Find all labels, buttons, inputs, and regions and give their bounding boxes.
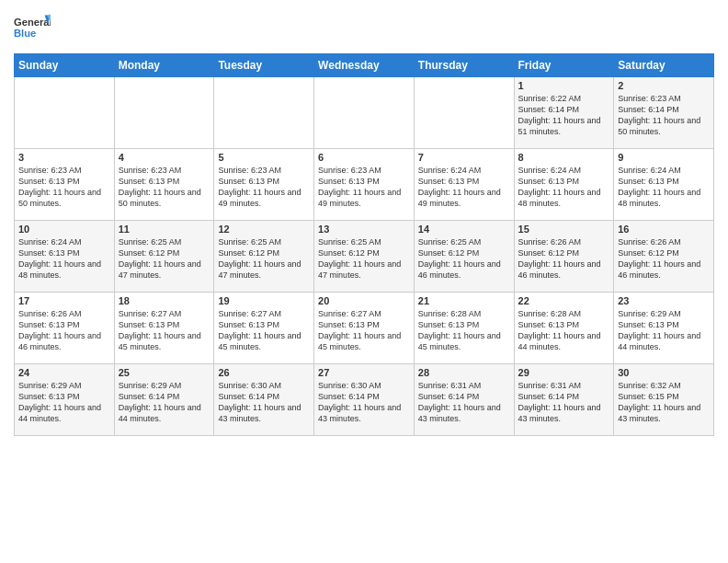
day-number: 29 [518, 367, 610, 378]
week-row-5: 24Sunrise: 6:29 AMSunset: 6:13 PMDayligh… [15, 364, 714, 436]
day-info: Sunrise: 6:29 AM [18, 380, 110, 391]
day-info: Sunset: 6:14 PM [418, 391, 510, 402]
day-number: 1 [518, 80, 610, 91]
day-info: Sunrise: 6:28 AM [418, 308, 510, 319]
day-header-tuesday: Tuesday [214, 54, 314, 77]
calendar-cell: 30Sunrise: 6:32 AMSunset: 6:15 PMDayligh… [614, 364, 714, 436]
day-info: Sunrise: 6:25 AM [418, 236, 510, 247]
day-info: Daylight: 11 hours and 48 minutes. [518, 187, 610, 209]
day-info: Sunset: 6:12 PM [518, 247, 610, 259]
day-info: Daylight: 11 hours and 44 minutes. [119, 402, 210, 424]
day-info: Sunset: 6:14 PM [119, 391, 210, 402]
calendar-cell: 8Sunrise: 6:24 AMSunset: 6:13 PMDaylight… [514, 149, 614, 221]
page-container: General Blue SundayMondayTuesdayWednesda… [0, 0, 728, 445]
calendar-cell: 7Sunrise: 6:24 AMSunset: 6:13 PMDaylight… [414, 149, 514, 221]
calendar-cell [15, 77, 115, 149]
day-info: Daylight: 11 hours and 48 minutes. [618, 187, 710, 209]
calendar-header-row: SundayMondayTuesdayWednesdayThursdayFrid… [15, 54, 714, 77]
day-number: 19 [218, 295, 310, 306]
day-number: 18 [119, 295, 210, 306]
calendar-cell: 14Sunrise: 6:25 AMSunset: 6:12 PMDayligh… [414, 221, 514, 293]
day-number: 23 [618, 295, 710, 306]
day-info: Sunset: 6:14 PM [618, 104, 710, 115]
calendar-cell [214, 77, 314, 149]
day-info: Sunset: 6:14 PM [518, 391, 610, 402]
day-header-thursday: Thursday [414, 54, 514, 77]
week-row-1: 1Sunrise: 6:22 AMSunset: 6:14 PMDaylight… [15, 77, 714, 149]
day-info: Sunset: 6:13 PM [618, 176, 710, 187]
calendar-cell: 27Sunrise: 6:30 AMSunset: 6:14 PMDayligh… [314, 364, 415, 436]
day-info: Sunrise: 6:24 AM [618, 165, 710, 176]
day-info: Daylight: 11 hours and 51 minutes. [518, 115, 610, 137]
day-info: Daylight: 11 hours and 43 minutes. [518, 402, 610, 424]
day-info: Daylight: 11 hours and 45 minutes. [119, 330, 210, 352]
calendar-cell: 29Sunrise: 6:31 AMSunset: 6:14 PMDayligh… [514, 364, 614, 436]
calendar-cell: 6Sunrise: 6:23 AMSunset: 6:13 PMDaylight… [314, 149, 415, 221]
week-row-2: 3Sunrise: 6:23 AMSunset: 6:13 PMDaylight… [15, 149, 714, 221]
day-number: 6 [318, 152, 410, 163]
day-info: Sunrise: 6:22 AM [518, 93, 610, 104]
day-info: Sunset: 6:13 PM [318, 176, 410, 187]
day-info: Daylight: 11 hours and 46 minutes. [418, 259, 510, 281]
day-header-sunday: Sunday [15, 54, 115, 77]
day-info: Sunrise: 6:31 AM [518, 380, 610, 391]
day-info: Sunset: 6:13 PM [518, 319, 610, 330]
calendar-cell: 5Sunrise: 6:23 AMSunset: 6:13 PMDaylight… [214, 149, 314, 221]
day-info: Sunset: 6:13 PM [18, 391, 110, 402]
day-info: Sunrise: 6:23 AM [218, 165, 310, 176]
day-info: Sunrise: 6:26 AM [18, 308, 110, 319]
day-info: Daylight: 11 hours and 44 minutes. [618, 330, 710, 352]
day-info: Sunset: 6:14 PM [518, 104, 610, 115]
day-info: Sunset: 6:12 PM [218, 247, 310, 259]
day-number: 15 [518, 224, 610, 235]
day-header-friday: Friday [514, 54, 614, 77]
day-info: Sunset: 6:12 PM [618, 247, 710, 259]
calendar-table: SundayMondayTuesdayWednesdayThursdayFrid… [14, 53, 714, 436]
calendar-cell: 28Sunrise: 6:31 AMSunset: 6:14 PMDayligh… [414, 364, 514, 436]
day-number: 25 [119, 367, 210, 378]
day-number: 22 [518, 295, 610, 306]
calendar-cell: 22Sunrise: 6:28 AMSunset: 6:13 PMDayligh… [514, 293, 614, 364]
calendar-cell: 15Sunrise: 6:26 AMSunset: 6:12 PMDayligh… [514, 221, 614, 293]
calendar-cell: 3Sunrise: 6:23 AMSunset: 6:13 PMDaylight… [15, 149, 115, 221]
calendar-cell: 12Sunrise: 6:25 AMSunset: 6:12 PMDayligh… [214, 221, 314, 293]
calendar-cell: 19Sunrise: 6:27 AMSunset: 6:13 PMDayligh… [214, 293, 314, 364]
day-info: Sunset: 6:13 PM [618, 319, 710, 330]
day-info: Sunrise: 6:29 AM [618, 308, 710, 319]
day-info: Sunset: 6:13 PM [418, 319, 510, 330]
day-info: Sunrise: 6:26 AM [518, 236, 610, 247]
day-info: Sunset: 6:12 PM [318, 247, 410, 259]
day-number: 17 [18, 295, 110, 306]
calendar-cell: 2Sunrise: 6:23 AMSunset: 6:14 PMDaylight… [614, 77, 714, 149]
day-info: Sunrise: 6:27 AM [218, 308, 310, 319]
day-number: 11 [119, 224, 210, 235]
day-info: Sunset: 6:13 PM [518, 176, 610, 187]
week-row-4: 17Sunrise: 6:26 AMSunset: 6:13 PMDayligh… [15, 293, 714, 364]
day-number: 24 [18, 367, 110, 378]
calendar-cell: 17Sunrise: 6:26 AMSunset: 6:13 PMDayligh… [15, 293, 115, 364]
day-info: Sunrise: 6:27 AM [318, 308, 410, 319]
day-number: 2 [618, 80, 710, 91]
day-info: Daylight: 11 hours and 43 minutes. [418, 402, 510, 424]
calendar-cell: 4Sunrise: 6:23 AMSunset: 6:13 PMDaylight… [114, 149, 214, 221]
day-info: Sunrise: 6:25 AM [218, 236, 310, 247]
day-header-monday: Monday [114, 54, 214, 77]
day-number: 9 [618, 152, 710, 163]
day-info: Sunrise: 6:27 AM [119, 308, 210, 319]
day-info: Daylight: 11 hours and 46 minutes. [618, 259, 710, 281]
day-info: Sunset: 6:12 PM [418, 247, 510, 259]
day-info: Daylight: 11 hours and 50 minutes. [119, 187, 210, 209]
day-info: Daylight: 11 hours and 49 minutes. [218, 187, 310, 209]
day-number: 30 [618, 367, 710, 378]
day-info: Sunrise: 6:32 AM [618, 380, 710, 391]
day-info: Sunrise: 6:30 AM [318, 380, 410, 391]
day-info: Sunrise: 6:24 AM [18, 236, 110, 247]
day-info: Sunset: 6:13 PM [18, 319, 110, 330]
day-number: 12 [218, 224, 310, 235]
day-info: Daylight: 11 hours and 49 minutes. [418, 187, 510, 209]
day-header-wednesday: Wednesday [314, 54, 415, 77]
day-number: 10 [18, 224, 110, 235]
day-info: Sunrise: 6:26 AM [618, 236, 710, 247]
calendar-cell: 16Sunrise: 6:26 AMSunset: 6:12 PMDayligh… [614, 221, 714, 293]
day-info: Sunrise: 6:30 AM [218, 380, 310, 391]
